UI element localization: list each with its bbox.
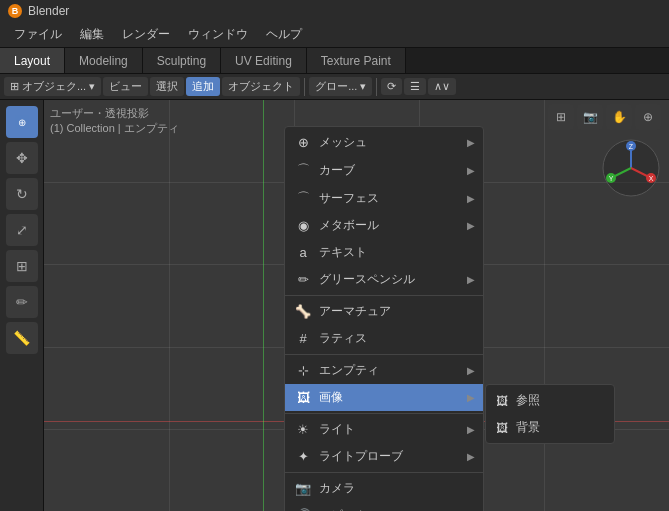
add-text[interactable]: a テキスト	[285, 239, 483, 266]
menu-separator-3	[285, 413, 483, 414]
view-menu[interactable]: ビュー	[103, 77, 148, 96]
shading-btn[interactable]: ∧∨	[428, 78, 456, 95]
empty-icon: ⊹	[295, 363, 311, 378]
scale-tool[interactable]: ⤢	[6, 214, 38, 246]
pan-btn[interactable]: ✋	[606, 104, 632, 130]
menu-separator-4	[285, 472, 483, 473]
add-surface[interactable]: ⌒ サーフェス ▶	[285, 184, 483, 212]
background-icon: 🖼	[496, 421, 508, 435]
title-bar: B Blender	[0, 0, 669, 22]
transform-btn[interactable]: ⟳	[381, 78, 402, 95]
image-icon: 🖼	[295, 390, 311, 405]
svg-text:⊕: ⊕	[18, 117, 26, 128]
arrow-icon: ▶	[467, 392, 475, 403]
zoom-btn[interactable]: ⊕	[635, 104, 661, 130]
add-empty[interactable]: ⊹ エンプティ ▶	[285, 357, 483, 384]
move-tool[interactable]: ✥	[6, 142, 38, 174]
add-mesh[interactable]: ⊕ メッシュ ▶	[285, 129, 483, 156]
arrow-icon: ▶	[467, 274, 475, 285]
reference-icon: 🖼	[496, 394, 508, 408]
add-lattice[interactable]: # ラティス	[285, 325, 483, 352]
mode-icon: ⊞	[10, 80, 19, 93]
arrow-icon: ▶	[467, 365, 475, 376]
add-light[interactable]: ☀ ライト ▶	[285, 416, 483, 443]
overlay-btn[interactable]: ☰	[404, 78, 426, 95]
camera-view-btn[interactable]: 📷	[577, 104, 603, 130]
arrow-icon: ▶	[467, 193, 475, 204]
arrow-icon: ▶	[467, 165, 475, 176]
measure-tool[interactable]: 📏	[6, 322, 38, 354]
menu-bar: ファイル 編集 レンダー ウィンドウ ヘルプ	[0, 22, 669, 48]
lightprobe-icon: ✦	[295, 449, 311, 464]
grid-view-btn[interactable]: ⊞	[548, 104, 574, 130]
tab-uv-editing[interactable]: UV Editing	[221, 48, 307, 73]
left-toolbar: ⊕ ✥ ↻ ⤢ ⊞ ✏ 📏	[0, 100, 44, 511]
main-area: ⊕ ✥ ↻ ⤢ ⊞ ✏ 📏 ユーザー・透視投影 (1) Collection |…	[0, 100, 669, 511]
tab-layout[interactable]: Layout	[0, 48, 65, 73]
workspace-tabs: Layout Modeling Sculpting UV Editing Tex…	[0, 48, 669, 74]
tab-sculpting[interactable]: Sculpting	[143, 48, 221, 73]
app-title: Blender	[28, 4, 69, 18]
blender-logo: B	[8, 4, 22, 18]
arrow-icon: ▶	[467, 424, 475, 435]
y-axis-line	[263, 100, 264, 511]
cursor-tool[interactable]: ⊕	[6, 106, 38, 138]
add-menu-dropdown: ⊕ メッシュ ▶ ⌒ カーブ ▶ ⌒ サーフェス ▶ ◉ メタボール ▶ a テ	[284, 126, 484, 511]
nav-buttons: ⊞ 📷 ✋ ⊕	[548, 104, 661, 130]
toolbar-separator-2	[376, 78, 377, 96]
arrow-icon: ▶	[467, 220, 475, 231]
lattice-icon: #	[295, 331, 311, 346]
add-grease-pencil[interactable]: ✏ グリースペンシル ▶	[285, 266, 483, 293]
menu-help[interactable]: ヘルプ	[258, 24, 310, 45]
rotate-tool[interactable]: ↻	[6, 178, 38, 210]
svg-text:Y: Y	[609, 175, 614, 182]
add-lightprobe[interactable]: ✦ ライトプローブ ▶	[285, 443, 483, 470]
mesh-icon: ⊕	[295, 135, 311, 150]
mode-select[interactable]: ⊞ オブジェク... ▾	[4, 77, 101, 96]
menu-file[interactable]: ファイル	[6, 24, 70, 45]
camera-icon: 📷	[295, 481, 311, 496]
light-icon: ☀	[295, 422, 311, 437]
camera-label: ユーザー・透視投影	[50, 106, 179, 121]
add-image[interactable]: 🖼 画像 ▶	[285, 384, 483, 411]
viewport-info: ユーザー・透視投影 (1) Collection | エンプティ	[50, 106, 179, 136]
object-menu[interactable]: オブジェクト	[222, 77, 300, 96]
image-submenu: 🖼 参照 🖼 背景	[485, 384, 615, 444]
add-image-background[interactable]: 🖼 背景	[486, 414, 614, 441]
collection-label: (1) Collection | エンプティ	[50, 121, 179, 136]
armature-icon: 🦴	[295, 304, 311, 319]
menu-window[interactable]: ウィンドウ	[180, 24, 256, 45]
toolbar-row: ⊞ オブジェク... ▾ ビュー 選択 追加 オブジェクト グロー... ▾ ⟳…	[0, 74, 669, 100]
chevron-down-icon-2: ▾	[360, 80, 366, 93]
grease-pencil-icon: ✏	[295, 272, 311, 287]
annotate-tool[interactable]: ✏	[6, 286, 38, 318]
text-icon: a	[295, 245, 311, 260]
axis-gizmo[interactable]: Z X Y	[601, 138, 661, 198]
menu-render[interactable]: レンダー	[114, 24, 178, 45]
add-curve[interactable]: ⌒ カーブ ▶	[285, 156, 483, 184]
surface-icon: ⌒	[295, 189, 311, 207]
svg-text:Z: Z	[629, 143, 634, 150]
add-camera[interactable]: 📷 カメラ	[285, 475, 483, 502]
global-select[interactable]: グロー... ▾	[309, 77, 372, 96]
add-menu-button[interactable]: 追加	[186, 77, 220, 96]
add-image-reference[interactable]: 🖼 参照	[486, 387, 614, 414]
add-metaball[interactable]: ◉ メタボール ▶	[285, 212, 483, 239]
arrow-icon: ▶	[467, 137, 475, 148]
chevron-down-icon: ▾	[89, 80, 95, 93]
transform-tool[interactable]: ⊞	[6, 250, 38, 282]
viewport-tools: ⊞ 📷 ✋ ⊕ Z X Y	[548, 104, 661, 198]
toolbar-separator	[304, 78, 305, 96]
tab-texture-paint[interactable]: Texture Paint	[307, 48, 406, 73]
add-armature[interactable]: 🦴 アーマチュア	[285, 298, 483, 325]
menu-separator	[285, 295, 483, 296]
metaball-icon: ◉	[295, 218, 311, 233]
viewport[interactable]: ユーザー・透視投影 (1) Collection | エンプティ ⊞ 📷 ✋ ⊕…	[44, 100, 669, 511]
select-menu[interactable]: 選択	[150, 77, 184, 96]
tab-modeling[interactable]: Modeling	[65, 48, 143, 73]
arrow-icon: ▶	[467, 451, 475, 462]
add-speaker[interactable]: 🔊 スピーカー	[285, 502, 483, 511]
menu-edit[interactable]: 編集	[72, 24, 112, 45]
grid-line	[169, 100, 170, 511]
menu-separator-2	[285, 354, 483, 355]
